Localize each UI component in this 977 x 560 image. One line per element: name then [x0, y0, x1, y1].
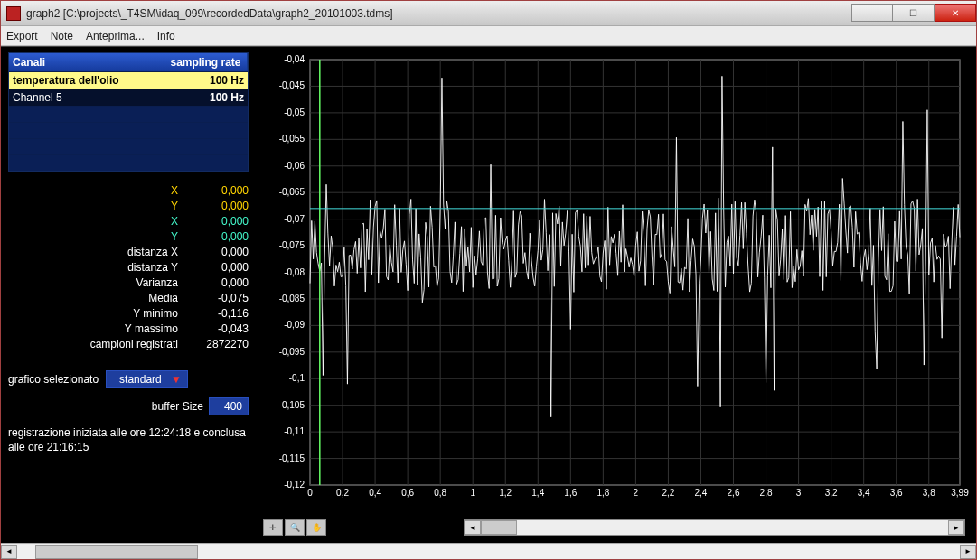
svg-text:3,2: 3,2: [825, 488, 838, 498]
menubar: Export Note Anteprima... Info: [1, 26, 976, 46]
ymin-value: -0,116: [185, 307, 249, 320]
svg-text:-0,055: -0,055: [279, 134, 305, 144]
x2-label: X: [8, 215, 178, 228]
svg-text:3,4: 3,4: [858, 488, 870, 498]
svg-text:1,2: 1,2: [499, 488, 512, 498]
svg-text:1,4: 1,4: [531, 488, 544, 498]
table-row[interactable]: [9, 154, 248, 171]
window-hscrollbar[interactable]: ◄ ►: [1, 543, 976, 559]
scroll-track[interactable]: [481, 520, 948, 535]
ymax-value: -0,043: [185, 322, 249, 335]
channel-table[interactable]: Canali sampling rate temperatura dell'ol…: [8, 52, 249, 172]
scroll-right-icon[interactable]: ►: [948, 520, 964, 535]
svg-text:-0,075: -0,075: [279, 240, 305, 250]
svg-text:2,6: 2,6: [728, 488, 740, 498]
svg-text:-0,05: -0,05: [284, 107, 305, 117]
svg-text:3: 3: [796, 488, 802, 498]
svg-text:0,6: 0,6: [401, 488, 414, 498]
crosshair-tool-icon[interactable]: ✛: [263, 519, 283, 536]
chart-toolbar: ✛ 🔍 ✋: [263, 519, 326, 536]
svg-text:0: 0: [307, 488, 313, 498]
svg-text:2,2: 2,2: [662, 488, 674, 498]
titlebar[interactable]: graph2 [C:\projects\_T4SM\idaq_099\recor…: [1, 1, 976, 26]
table-row[interactable]: [9, 106, 248, 122]
samples-value: 2872270: [185, 338, 249, 350]
close-button[interactable]: ✕: [935, 4, 976, 22]
svg-text:1,8: 1,8: [597, 488, 609, 498]
chart-area[interactable]: 00,20,40,60,811,21,41,61,822,22,42,62,83…: [263, 54, 969, 507]
menu-export[interactable]: Export: [6, 30, 38, 42]
menu-anteprima[interactable]: Anteprima...: [86, 30, 145, 42]
media-value: -0,075: [185, 292, 249, 304]
menu-note[interactable]: Note: [51, 30, 73, 42]
app-icon: [6, 6, 21, 21]
svg-text:3,8: 3,8: [923, 488, 935, 498]
dy-value: 0,000: [185, 261, 249, 274]
dx-value: 0,000: [185, 246, 249, 258]
var-value: 0,000: [185, 276, 249, 289]
y2-label: Y: [8, 230, 178, 243]
chart-svg[interactable]: 00,20,40,60,811,21,41,61,822,22,42,62,83…: [263, 54, 969, 507]
table-row[interactable]: [9, 138, 248, 154]
svg-text:-0,07: -0,07: [284, 214, 305, 224]
scroll-right-icon[interactable]: ►: [960, 545, 976, 559]
chart-panel: 00,20,40,60,811,21,41,61,822,22,42,62,83…: [256, 47, 976, 543]
svg-text:-0,045: -0,045: [279, 80, 305, 90]
scroll-thumb[interactable]: [481, 520, 517, 535]
svg-text:-0,12: -0,12: [284, 480, 305, 490]
svg-text:-0,105: -0,105: [279, 400, 305, 410]
x1-value: 0,000: [185, 184, 249, 197]
recording-note: registrazione iniziata alle ore 12:24:18…: [8, 426, 249, 454]
scroll-thumb[interactable]: [35, 545, 198, 559]
scroll-left-icon[interactable]: ◄: [465, 520, 481, 535]
table-row[interactable]: Channel 5 100 Hz: [9, 89, 248, 106]
dy-label: distanza Y: [8, 261, 178, 274]
buffer-row: buffer Size 400: [8, 397, 249, 415]
minimize-button[interactable]: —: [851, 4, 893, 22]
y1-value: 0,000: [185, 200, 249, 212]
th-channels: Canali: [9, 53, 164, 71]
svg-text:-0,04: -0,04: [284, 54, 305, 64]
svg-text:-0,115: -0,115: [279, 453, 305, 463]
scroll-left-icon[interactable]: ◄: [1, 545, 17, 559]
svg-text:-0,09: -0,09: [284, 320, 305, 330]
selector-label: grafico selezionato: [8, 373, 99, 386]
chart-hscrollbar[interactable]: ◄ ►: [464, 519, 965, 536]
svg-text:1,6: 1,6: [564, 488, 577, 498]
svg-text:-0,095: -0,095: [279, 347, 305, 357]
stats-grid: X 0,000 Y 0,000 X 0,000 Y 0,000 distanza…: [8, 184, 249, 350]
svg-text:2,4: 2,4: [695, 488, 708, 498]
svg-text:-0,1: -0,1: [289, 373, 305, 383]
svg-text:-0,065: -0,065: [279, 187, 305, 197]
ymin-label: Y minimo: [8, 307, 178, 320]
y1-label: Y: [8, 200, 178, 212]
samples-label: campioni registrati: [8, 338, 178, 350]
svg-text:-0,085: -0,085: [279, 294, 305, 303]
graph-selector-dropdown[interactable]: standard: [106, 370, 188, 388]
app-window: graph2 [C:\projects\_T4SM\idaq_099\recor…: [0, 0, 977, 560]
table-row[interactable]: temperatura dell'olio 100 Hz: [9, 71, 248, 89]
maximize-button[interactable]: ☐: [893, 4, 935, 22]
x2-value: 0,000: [185, 215, 249, 228]
svg-text:1: 1: [470, 488, 475, 498]
x1-label: X: [8, 184, 178, 197]
y2-value: 0,000: [185, 230, 249, 243]
svg-text:2: 2: [634, 488, 639, 498]
menu-info[interactable]: Info: [157, 30, 175, 42]
content-area: Canali sampling rate temperatura dell'ol…: [1, 46, 976, 543]
zoom-tool-icon[interactable]: 🔍: [285, 519, 305, 536]
media-label: Media: [8, 292, 178, 304]
svg-text:3,6: 3,6: [890, 488, 903, 498]
dx-label: distanza X: [8, 246, 178, 258]
table-row[interactable]: [9, 122, 248, 138]
svg-text:0,2: 0,2: [336, 488, 349, 498]
scroll-track[interactable]: [17, 545, 960, 559]
cell-name: Channel 5: [9, 89, 164, 106]
pan-tool-icon[interactable]: ✋: [306, 519, 326, 536]
svg-text:0,8: 0,8: [434, 488, 446, 498]
ymax-label: Y massimo: [8, 322, 178, 335]
th-rate: sampling rate: [164, 53, 248, 71]
svg-text:-0,08: -0,08: [284, 267, 305, 277]
svg-text:-0,11: -0,11: [284, 426, 305, 436]
buffer-input[interactable]: 400: [209, 397, 249, 415]
